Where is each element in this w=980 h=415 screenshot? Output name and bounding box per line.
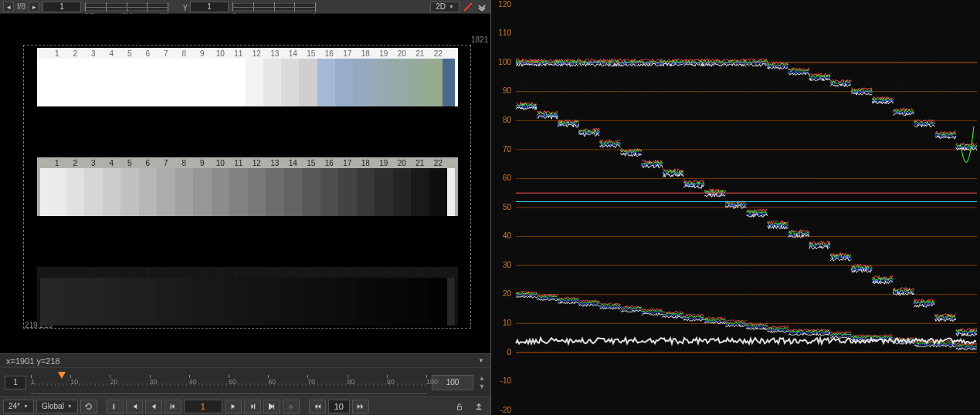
wedge-step-label: 6 <box>139 49 158 58</box>
prev-fstop-button[interactable]: ◂ <box>3 2 14 12</box>
status-menu-icon[interactable]: ▼ <box>478 357 484 364</box>
wedge-step-label: 1 <box>48 49 66 58</box>
wedge-step-label: 8 <box>175 49 194 58</box>
wedge-step-label: 19 <box>375 268 393 277</box>
svg-rect-0 <box>113 403 114 409</box>
loop-button[interactable] <box>80 400 97 413</box>
timeline-down-icon[interactable]: ▼ <box>478 383 486 390</box>
view-mode-label: 2D <box>436 2 446 11</box>
wedge-step-label: 12 <box>248 159 266 167</box>
goto-first-button[interactable] <box>126 400 143 413</box>
wedge-step-label: 10 <box>212 268 230 277</box>
wedge-step-label: 21 <box>411 268 429 277</box>
step-wedge-top: 12345678910111213141516171819202122 <box>37 48 458 106</box>
wedge-step-label: 19 <box>375 159 393 167</box>
wedge-step-label: 15 <box>302 49 320 58</box>
play-button[interactable] <box>225 400 242 413</box>
wedge-step-label: 15 <box>302 159 320 167</box>
wedge-step-label: 18 <box>357 49 375 58</box>
viewer-pane: ◂ f/8 ▸ 1 0.01 36.5 164 γ 1 0 4 <box>0 0 491 415</box>
wedge-step-label: 1 <box>48 159 66 167</box>
wedge-step-label: 3 <box>84 159 103 167</box>
wedge-step-label: 18 <box>357 268 375 277</box>
timeline-ruler[interactable]: 1102030405060708090100 <box>31 371 427 394</box>
expand-down-button[interactable] <box>476 2 487 12</box>
chevron-down-icon: ▼ <box>67 403 73 409</box>
wedge-step-label: 1 <box>48 268 66 277</box>
gamma-slider[interactable]: 0 4 <box>232 3 317 11</box>
goto-last-button[interactable] <box>263 400 280 413</box>
fstop-slider[interactable]: 0.01 36.5 164 <box>84 3 169 11</box>
in-point-button[interactable] <box>107 400 124 413</box>
wedge-step-label: 20 <box>393 159 412 167</box>
wedge-step-label: 16 <box>320 49 339 58</box>
wedge-step-label: 14 <box>284 159 303 167</box>
wedge-step-label: 11 <box>229 268 248 277</box>
fstop-field[interactable]: 1 <box>42 2 81 12</box>
wedge-step-label: 12 <box>248 268 266 277</box>
wedge-step-label: 9 <box>193 159 212 167</box>
step-wedge-bot: 12345678910111213141516171819202122 <box>37 267 458 326</box>
wedge-step-label: 11 <box>229 49 248 58</box>
fps-label: 24* <box>8 402 20 410</box>
wedge-step-label: 5 <box>120 159 139 167</box>
timeline-end-field[interactable]: 100 <box>432 375 473 390</box>
play-reverse-button[interactable] <box>145 400 162 413</box>
wedge-step-label: 20 <box>393 49 412 58</box>
step-forward-button[interactable] <box>244 400 261 413</box>
wedge-step-label: 14 <box>284 268 303 277</box>
step-wedge-mid: 12345678910111213141516171819202122 <box>37 157 458 216</box>
image-viewer[interactable]: 1821 219,219 123456789101112131415161718… <box>0 14 490 353</box>
wedge-step-label: 21 <box>411 49 429 58</box>
wedge-step-label: 20 <box>393 268 412 277</box>
transport-bar: 24*▼ Global▼ 1 ○ 10 <box>0 396 490 415</box>
wedge-step-label: 16 <box>320 268 339 277</box>
skip-back-button[interactable] <box>309 400 326 413</box>
wedge-step-label: 13 <box>266 159 284 167</box>
wedge-step-label: 17 <box>338 49 357 58</box>
wedge-step-label: 22 <box>429 268 448 277</box>
wedge-step-label: 13 <box>266 49 284 58</box>
scope-canvas <box>491 0 980 415</box>
lock-icon[interactable] <box>451 400 468 413</box>
gamma-field[interactable]: 1 <box>190 2 229 12</box>
step-back-button[interactable] <box>164 400 181 413</box>
wedge-step-label: 17 <box>338 159 357 167</box>
wedge-step-label: 10 <box>212 159 230 167</box>
gamma-label: γ <box>183 2 187 11</box>
wedge-step-label: 19 <box>375 49 393 58</box>
wedge-step-label: 21 <box>411 159 429 167</box>
wedge-step-label: 4 <box>103 268 121 277</box>
timeline-start-field[interactable]: 1 <box>5 376 26 390</box>
wedge-step-label: 3 <box>84 268 103 277</box>
wedge-step-label: 2 <box>66 49 85 58</box>
wedge-step-label: 9 <box>193 49 212 58</box>
next-fstop-button[interactable]: ▸ <box>29 2 39 12</box>
out-point-button[interactable]: ○ <box>283 400 300 413</box>
fstop-label: f/8 <box>17 2 25 11</box>
fps-dropdown[interactable]: 24*▼ <box>3 400 34 413</box>
wedge-step-label: 13 <box>266 268 284 277</box>
waveform-scope <box>491 0 980 415</box>
svg-rect-2 <box>254 403 255 409</box>
scope-dropdown[interactable]: Global▼ <box>36 400 78 413</box>
skip-forward-button[interactable] <box>352 400 369 413</box>
wedge-step-label: 14 <box>284 49 303 58</box>
wedge-step-label: 8 <box>175 268 194 277</box>
export-icon[interactable] <box>470 400 487 413</box>
chevron-down-icon: ▼ <box>449 4 454 9</box>
wedge-step-label: 22 <box>429 159 448 167</box>
timeline-up-icon[interactable]: ▲ <box>478 374 486 382</box>
timeline[interactable]: 1 1102030405060708090100 100 ▲ ▼ <box>0 367 490 396</box>
wedge-step-label: 4 <box>103 49 121 58</box>
wedge-step-label: 5 <box>120 49 139 58</box>
wedge-step-label: 8 <box>175 159 194 167</box>
view-mode-dropdown[interactable]: 2D ▼ <box>430 2 459 12</box>
wedge-step-label: 17 <box>338 268 357 277</box>
current-frame-field[interactable]: 1 <box>184 400 222 413</box>
bbox-dimension-label: 1821 <box>471 35 488 44</box>
wipe-tool-button[interactable] <box>463 2 473 12</box>
wedge-step-label: 11 <box>229 159 248 167</box>
skip-amount-field[interactable]: 10 <box>328 400 350 413</box>
scope-label: Global <box>42 402 64 410</box>
